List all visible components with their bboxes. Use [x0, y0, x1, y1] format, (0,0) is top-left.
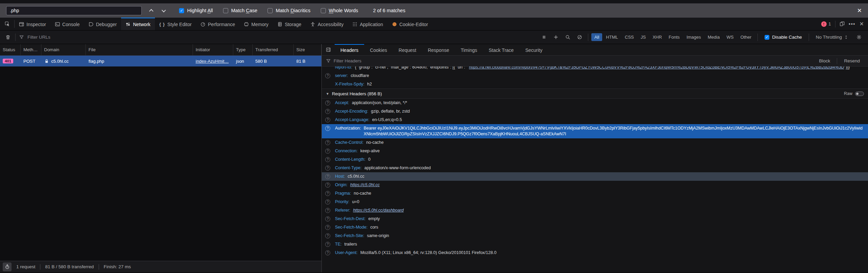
request-header-row-te[interactable]: ?TE:trailers [322, 240, 868, 249]
request-header-row-accept-encoding[interactable]: ?Accept-Encoding:gzip, deflate, br, zstd [322, 107, 868, 116]
filter-js[interactable]: JS [637, 33, 649, 41]
response-header-row-x-firefox-spdy[interactable]: X-Firefox-Spdy:h2 [322, 80, 868, 89]
help-icon[interactable]: ? [325, 100, 330, 105]
column-header-initiator[interactable]: Initiator [193, 44, 233, 55]
response-header-row-server[interactable]: ?server:cloudflare [322, 72, 868, 80]
close-devtools-button[interactable]: ✕ [860, 21, 864, 27]
throttling-select[interactable]: No Throttling [812, 35, 853, 40]
block-url-button[interactable]: Block [815, 58, 834, 63]
collapse-details-button[interactable] [322, 44, 335, 55]
checkbox-match-diacritics[interactable] [268, 8, 273, 13]
tab-storage[interactable]: Storage [273, 18, 306, 30]
column-header-type[interactable]: Type [233, 44, 253, 55]
resend-request-button[interactable]: Resend [840, 58, 864, 63]
headers-panel[interactable]: report-to:{ "group": "cf-nel", "max_age"… [322, 66, 868, 272]
request-header-row-sec-fetch-dest[interactable]: ?Sec-Fetch-Dest:empty [322, 215, 868, 223]
checkbox-highlight-all[interactable]: ✓ [179, 8, 184, 13]
filter-xhr[interactable]: XHR [650, 33, 665, 41]
request-header-row-sec-fetch-mode[interactable]: ?Sec-Fetch-Mode:cors [322, 223, 868, 232]
request-header-row-cache-control[interactable]: ?Cache-Control:no-cache [322, 138, 868, 147]
column-header-domain[interactable]: Domain [41, 44, 86, 55]
filter-fonts[interactable]: Fonts [666, 33, 683, 41]
find-next-button[interactable] [157, 6, 169, 15]
tab-application[interactable]: Application [348, 18, 388, 30]
tab-style-editor[interactable]: { }Style Editor [155, 18, 196, 30]
request-row[interactable]: 401POSTc5.0hl.ccflag.phpindex-AzuHmit…js… [0, 56, 321, 66]
initiator-link[interactable]: index-AzuHmit… [196, 59, 229, 64]
filter-images[interactable]: Images [684, 33, 704, 41]
filter-media[interactable]: Media [705, 33, 723, 41]
disable-cache-checkbox[interactable]: ✓ [765, 35, 769, 40]
filter-ws[interactable]: WS [724, 33, 737, 41]
checkbox-whole-words[interactable] [321, 8, 326, 13]
details-tab-security[interactable]: Security [519, 44, 548, 55]
help-icon[interactable]: ? [325, 174, 330, 179]
help-icon[interactable]: ? [325, 242, 330, 247]
find-close-button[interactable]: ✕ [857, 8, 862, 14]
filter-html[interactable]: HTML [603, 33, 621, 41]
filter-other[interactable]: Other [737, 33, 755, 41]
column-header-status[interactable]: Status [0, 44, 21, 55]
request-header-row-pragma[interactable]: ?Pragma:no-cache [322, 189, 868, 198]
column-header-transferred[interactable]: Transferred [253, 44, 294, 55]
request-header-row-user-agent[interactable]: ?User-Agent:Mozilla/5.0 (X11; Linux x86_… [322, 249, 868, 257]
request-header-row-referer[interactable]: ?Referer:https://c5.0hl.cc/dashboard [322, 206, 868, 215]
tab-memory[interactable]: Memory [239, 18, 273, 30]
pick-element-button[interactable] [0, 18, 14, 30]
find-input[interactable] [6, 6, 142, 15]
block-requests-button[interactable] [574, 31, 585, 44]
tab-accessibility[interactable]: Accessibility [306, 18, 348, 30]
details-tab-timings[interactable]: Timings [455, 44, 483, 55]
help-icon[interactable]: ? [325, 208, 330, 213]
error-badge[interactable]: ! 1 [821, 21, 831, 27]
tab-console[interactable]: Console [51, 18, 84, 30]
disable-cache-toggle[interactable]: ✓ Disable Cache [761, 35, 806, 40]
find-option-match-diacritics[interactable]: Match Diacritics [268, 8, 310, 13]
help-icon[interactable]: ? [325, 182, 330, 188]
request-header-row-host[interactable]: ?Host:c5.0hl.cc [322, 172, 868, 181]
help-icon[interactable]: ? [325, 117, 330, 122]
details-tab-stack-trace[interactable]: Stack Trace [483, 44, 519, 55]
filter-css[interactable]: CSS [622, 33, 637, 41]
help-icon[interactable]: ? [325, 157, 330, 162]
filter-headers-input[interactable] [334, 58, 812, 63]
find-option-match-case[interactable]: Match Case [223, 8, 257, 13]
report-to-url-link[interactable]: https://a.nel.cloudflare.com/report/v4?s… [469, 66, 844, 70]
column-header-size[interactable]: Size [294, 44, 321, 55]
help-icon[interactable]: ? [325, 126, 330, 131]
header-row-report-to[interactable]: report-to:{ "group": "cf-nel", "max_age"… [322, 66, 868, 72]
help-icon[interactable]: ? [325, 250, 330, 255]
find-previous-button[interactable] [146, 6, 157, 15]
details-tab-cookies[interactable]: Cookies [364, 44, 393, 55]
help-icon[interactable]: ? [325, 140, 330, 145]
find-option-whole-words[interactable]: Whole Words [321, 8, 358, 13]
header-value-link[interactable]: https://c5.0hl.cc [350, 182, 380, 188]
header-value-link[interactable]: https://c5.0hl.cc/dashboard [353, 208, 403, 213]
details-tab-response[interactable]: Response [422, 44, 455, 55]
request-header-row-content-type[interactable]: ?Content-Type:application/x-www-form-url… [322, 164, 868, 172]
request-header-row-authorization[interactable]: ?Authorization:Bearer eyJ0eXAiOiJKV1QiLC… [322, 124, 868, 138]
help-icon[interactable]: ? [325, 73, 330, 78]
raw-toggle[interactable] [855, 92, 864, 96]
request-header-row-priority[interactable]: ?Priority:u=0 [322, 198, 868, 206]
help-icon[interactable]: ? [325, 233, 330, 238]
find-option-highlight-all[interactable]: ✓Highlight All [179, 8, 213, 13]
responsive-mode-button[interactable] [840, 21, 845, 26]
help-icon[interactable]: ? [325, 199, 330, 204]
help-icon[interactable]: ? [325, 149, 330, 154]
request-header-row-accept-language[interactable]: ?Accept-Language:en-US,en;q=0.5 [322, 116, 868, 124]
toolbox-menu-button[interactable]: ••• [849, 21, 855, 27]
tab-debugger[interactable]: Debugger [84, 18, 121, 30]
details-tab-headers[interactable]: Headers [335, 44, 364, 55]
column-header-file[interactable]: File [86, 44, 193, 55]
filter-urls-input[interactable] [27, 35, 136, 40]
column-header-meth[interactable]: Meth… [21, 44, 41, 55]
tab-cookie-editor[interactable]: Cookie-Editor [388, 18, 433, 30]
tab-performance[interactable]: Performance [196, 18, 239, 30]
request-header-row-sec-fetch-site[interactable]: ?Sec-Fetch-Site:same-origin [322, 232, 868, 240]
filter-all[interactable]: All [591, 33, 602, 41]
help-icon[interactable]: ? [325, 191, 330, 196]
help-icon[interactable]: ? [325, 109, 330, 114]
request-headers-section[interactable]: ▼ Request Headers (856 B) Raw [322, 89, 868, 99]
request-header-row-accept[interactable]: ?Accept:application/json, text/plain, */… [322, 99, 868, 107]
